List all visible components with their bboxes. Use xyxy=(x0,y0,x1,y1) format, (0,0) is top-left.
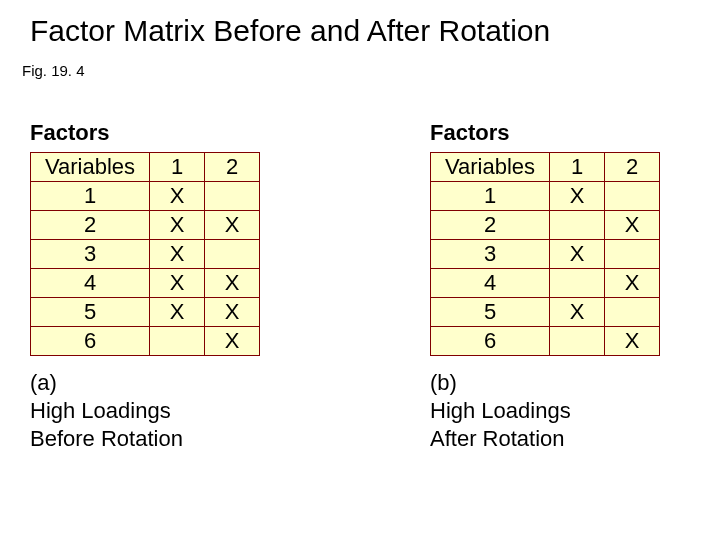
header-variables: Variables xyxy=(431,153,550,182)
table-row: 3 X xyxy=(431,240,660,269)
page-title: Factor Matrix Before and After Rotation xyxy=(30,14,550,48)
cell: 6 xyxy=(31,327,150,356)
header-factor-1: 1 xyxy=(150,153,205,182)
header-factor-2: 2 xyxy=(605,153,660,182)
cell: X xyxy=(550,298,605,327)
cell xyxy=(205,240,260,269)
cell: X xyxy=(150,298,205,327)
cell xyxy=(550,211,605,240)
cell: X xyxy=(205,298,260,327)
cell xyxy=(205,182,260,211)
panel-caption-b-l1: High Loadings xyxy=(430,398,720,424)
cell: X xyxy=(550,182,605,211)
cell: 4 xyxy=(31,269,150,298)
panel-caption-a-l1: High Loadings xyxy=(30,398,330,424)
factor-matrix-b: Variables 1 2 1 X 2 X 3 X 4 xyxy=(430,152,660,356)
figure-number: Fig. 19. 4 xyxy=(22,62,85,79)
table-row: Variables 1 2 xyxy=(431,153,660,182)
panel-tag-a: (a) xyxy=(30,370,330,396)
cell xyxy=(605,182,660,211)
header-factor-2: 2 xyxy=(205,153,260,182)
cell xyxy=(605,240,660,269)
table-row: 5 X X xyxy=(31,298,260,327)
cell: X xyxy=(550,240,605,269)
cell: X xyxy=(205,211,260,240)
cell xyxy=(605,298,660,327)
cell: X xyxy=(605,269,660,298)
cell: X xyxy=(150,211,205,240)
cell: X xyxy=(605,211,660,240)
table-row: 2 X X xyxy=(31,211,260,240)
panel-caption-a-l2: Before Rotation xyxy=(30,426,330,452)
cell: X xyxy=(205,269,260,298)
panel-after-rotation: Factors Variables 1 2 1 X 2 X 3 X xyxy=(430,120,720,452)
cell: 2 xyxy=(431,211,550,240)
cell xyxy=(550,327,605,356)
header-factor-1: 1 xyxy=(550,153,605,182)
cell: X xyxy=(205,327,260,356)
cell: X xyxy=(150,240,205,269)
factor-matrix-a: Variables 1 2 1 X 2 X X 3 X 4 X xyxy=(30,152,260,356)
cell: 1 xyxy=(431,182,550,211)
cell: 1 xyxy=(31,182,150,211)
table-row: 3 X xyxy=(31,240,260,269)
table-row: Variables 1 2 xyxy=(31,153,260,182)
factors-label-a: Factors xyxy=(30,120,330,146)
table-row: 6 X xyxy=(31,327,260,356)
table-row: 5 X xyxy=(431,298,660,327)
factors-label-b: Factors xyxy=(430,120,720,146)
cell: 5 xyxy=(31,298,150,327)
cell: X xyxy=(605,327,660,356)
table-row: 4 X xyxy=(431,269,660,298)
cell xyxy=(550,269,605,298)
cell: 3 xyxy=(31,240,150,269)
cell: 2 xyxy=(31,211,150,240)
cell: 3 xyxy=(431,240,550,269)
cell: 4 xyxy=(431,269,550,298)
header-variables: Variables xyxy=(31,153,150,182)
cell: 5 xyxy=(431,298,550,327)
table-row: 2 X xyxy=(431,211,660,240)
panel-before-rotation: Factors Variables 1 2 1 X 2 X X 3 X xyxy=(30,120,330,452)
panel-caption-b-l2: After Rotation xyxy=(430,426,720,452)
cell: X xyxy=(150,182,205,211)
slide: Factor Matrix Before and After Rotation … xyxy=(0,0,720,540)
panel-tag-b: (b) xyxy=(430,370,720,396)
table-row: 4 X X xyxy=(31,269,260,298)
table-row: 1 X xyxy=(431,182,660,211)
cell: 6 xyxy=(431,327,550,356)
cell xyxy=(150,327,205,356)
table-row: 1 X xyxy=(31,182,260,211)
table-row: 6 X xyxy=(431,327,660,356)
cell: X xyxy=(150,269,205,298)
